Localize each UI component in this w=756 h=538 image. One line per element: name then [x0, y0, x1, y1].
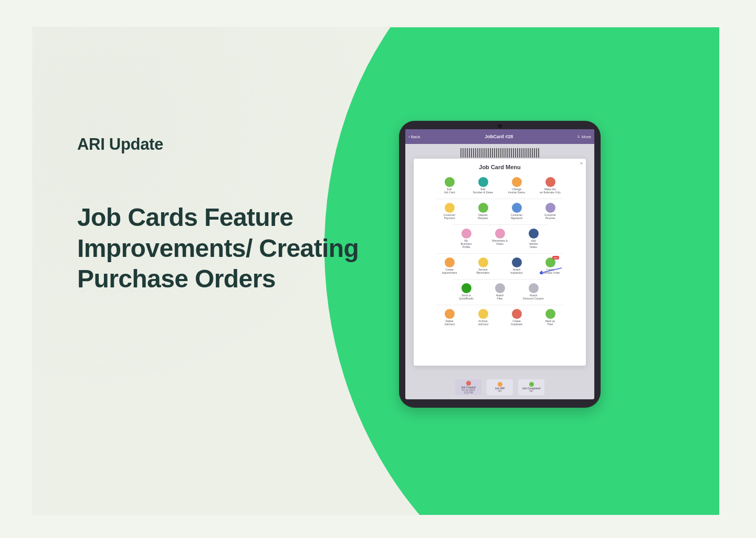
- attach-discount-coupon-icon: [529, 283, 539, 293]
- customer-pictures-icon: [545, 203, 555, 213]
- new-badge: new: [552, 256, 559, 260]
- create-duplicate[interactable]: Create Duplicate: [503, 309, 530, 326]
- customer-signature-icon: [512, 203, 522, 213]
- archive-jobcard[interactable]: Archive JobCard: [470, 309, 496, 326]
- chevron-left-icon: ‹: [408, 134, 410, 139]
- menu-row: Delete JobCardArchive JobCardCreate Dupl…: [436, 305, 563, 328]
- job-created-dot-icon: [466, 381, 471, 386]
- more-button[interactable]: ≡ More: [578, 134, 591, 139]
- customer-signature[interactable]: Customer Signature: [503, 203, 530, 220]
- edit-number-dates[interactable]: Edit Number & Dates: [470, 177, 496, 194]
- edit-job-card[interactable]: Edit Job Card: [436, 177, 463, 194]
- menu-row: My Business ProfileWarranties & NotesAdd…: [453, 224, 547, 251]
- service-reminders-icon: [478, 257, 488, 267]
- attach-discount-coupon[interactable]: Attach Discount Coupon: [520, 283, 547, 301]
- back-label: Back: [411, 134, 421, 139]
- menu-row: Edit Job CardEdit Number & DatesChange I…: [436, 173, 563, 196]
- customer-pictures[interactable]: Customer Pictures: [537, 203, 563, 220]
- archive-jobcard-label: Archive JobCard: [478, 320, 488, 326]
- job-completed-dot-icon: [529, 382, 534, 387]
- deposit-request-label: Deposit Request: [478, 214, 488, 220]
- edit-number-dates-icon: [478, 177, 488, 187]
- customer-signature-label: Customer Signature: [511, 214, 523, 220]
- service-reminders-label: Service Reminders: [476, 268, 489, 275]
- svg-line-0: [542, 268, 562, 273]
- attach-files[interactable]: Attach Files: [487, 283, 513, 301]
- attach-files-icon: [495, 283, 505, 293]
- my-business-profile-icon: [461, 229, 471, 239]
- edit-job-card-label: Edit Job Card: [444, 188, 455, 194]
- warranties-notes-label: Warranties & Notes: [492, 240, 508, 246]
- make-estimate-only-label: Make this an Estimate Only: [540, 188, 561, 194]
- job-completed-sub: NO: [529, 390, 533, 392]
- delete-jobcard[interactable]: Delete JobCard: [436, 309, 463, 326]
- add-vehicle-notes[interactable]: Add Vehicle Notes: [520, 229, 547, 249]
- customer-payment[interactable]: Customer Payment: [436, 203, 463, 220]
- customer-payment-icon: [445, 203, 455, 213]
- create-duplicate-label: Create Duplicate: [511, 320, 522, 326]
- create-duplicate-icon: [512, 309, 522, 319]
- job-card-menu-modal: × Job Card Menu Edit Job CardEdit Number…: [414, 159, 586, 366]
- document-root: ARI Update Job Cards Feature Improvement…: [0, 0, 756, 538]
- attach-discount-coupon-label: Attach Discount Coupon: [523, 294, 544, 301]
- change-invoice-status[interactable]: Change Invoice Status: [503, 177, 530, 194]
- archive-jobcard-icon: [478, 309, 488, 319]
- attach-inspection[interactable]: Attach Inspection: [503, 257, 530, 275]
- delete-jobcard-icon: [445, 309, 455, 319]
- tablet-screen: ‹ Back JobCard #28 ≡ More Job Created04 …: [405, 129, 594, 399]
- create-appointment-icon: [445, 257, 455, 267]
- deposit-request-icon: [478, 203, 488, 213]
- add-vehicle-notes-label: Add Vehicle Notes: [529, 240, 538, 249]
- service-reminders[interactable]: Service Reminders: [470, 257, 496, 275]
- job-created-sub: 04 Jul 2023 3:12 FM: [462, 389, 475, 394]
- callout-arrow-icon: [540, 267, 563, 274]
- send-to-quickbooks-label: Send to QuickBooks: [459, 294, 474, 301]
- job-wip-status[interactable]: Job WIPNO: [487, 379, 513, 395]
- tablet-mockup: ‹ Back JobCard #28 ≡ More Job Created04 …: [399, 121, 601, 408]
- send-to-quickbooks-icon: [461, 283, 471, 293]
- attach-files-label: Attach Files: [496, 294, 504, 301]
- attach-inspection-icon: [512, 257, 522, 267]
- edit-number-dates-label: Edit Number & Dates: [473, 188, 493, 194]
- promo-card: ARI Update Job Cards Feature Improvement…: [33, 27, 719, 515]
- customer-payment-label: Customer Payment: [444, 214, 456, 220]
- eyebrow-text: ARI Update: [77, 135, 366, 154]
- delete-jobcard-label: Delete JobCard: [444, 320, 455, 326]
- warranties-notes-icon: [495, 229, 505, 239]
- menu-row: Customer PaymentDeposit RequestCustomer …: [436, 199, 563, 222]
- modal-title: Job Card Menu: [419, 164, 581, 170]
- deposit-request[interactable]: Deposit Request: [470, 203, 496, 220]
- close-button[interactable]: ×: [580, 161, 583, 166]
- customer-pictures-label: Customer Pictures: [544, 214, 556, 220]
- mark-as-paid[interactable]: Mark as Paid: [537, 309, 563, 326]
- send-to-quickbooks[interactable]: Send to QuickBooks: [453, 283, 479, 301]
- create-appointment[interactable]: Create Appointment: [436, 257, 463, 275]
- job-wip-sub: NO: [498, 390, 501, 392]
- mark-as-paid-icon: [545, 309, 555, 319]
- job-wip-dot-icon: [498, 382, 502, 387]
- add-vehicle-notes-icon: [529, 229, 539, 239]
- job-completed-status[interactable]: Job CompletedNO: [518, 379, 544, 395]
- edit-job-card-icon: [445, 177, 455, 187]
- navbar-title: JobCard #28: [485, 134, 513, 139]
- menu-row: Send to QuickBooksAttach FilesAttach Dis…: [453, 279, 547, 303]
- attach-inspection-label: Attach Inspection: [510, 268, 523, 275]
- make-estimate-only-icon: [545, 177, 555, 187]
- more-label: More: [582, 134, 591, 139]
- menu-grid: Edit Job CardEdit Number & DatesChange I…: [419, 173, 581, 328]
- change-invoice-status-icon: [512, 177, 522, 187]
- change-invoice-status-label: Change Invoice Status: [508, 188, 526, 194]
- job-status-row: Job Created04 Jul 2023 3:12 FMJob WIPNOJ…: [455, 379, 544, 395]
- warranties-notes[interactable]: Warranties & Notes: [487, 229, 513, 249]
- app-navbar: ‹ Back JobCard #28 ≡ More: [405, 129, 594, 144]
- hamburger-icon: ≡: [578, 134, 580, 139]
- my-business-profile[interactable]: My Business Profile: [453, 229, 479, 249]
- back-button[interactable]: ‹ Back: [408, 134, 420, 139]
- headline-text: Job Cards Feature Improvements/ Creating…: [77, 202, 366, 295]
- my-business-profile-label: My Business Profile: [460, 240, 471, 249]
- tablet-camera-icon: [498, 124, 502, 128]
- mark-as-paid-label: Mark as Paid: [545, 320, 555, 326]
- make-estimate-only[interactable]: Make this an Estimate Only: [537, 177, 563, 194]
- job-created-status[interactable]: Job Created04 Jul 2023 3:12 FM: [455, 379, 481, 395]
- headline-block: ARI Update Job Cards Feature Improvement…: [77, 135, 366, 295]
